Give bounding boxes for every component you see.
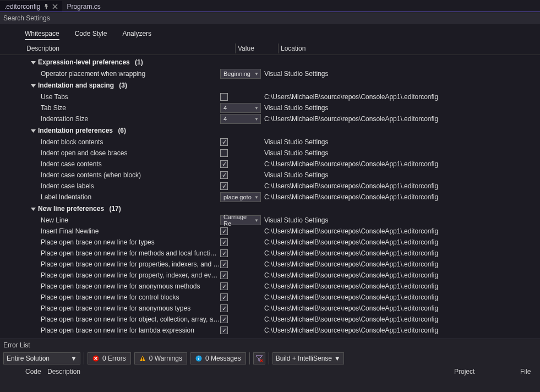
checkbox[interactable]: [220, 238, 228, 246]
setting-row: Indent case contents (when block)Visual …: [25, 170, 540, 181]
group-header[interactable]: Expression-level preferences (1): [25, 56, 540, 68]
setting-location: C:\Users\MichaelB\source\repos\ConsoleAp…: [263, 326, 540, 334]
errors-filter[interactable]: 0 Errors: [88, 352, 131, 364]
error-list-title: Error List: [0, 339, 540, 351]
checkbox[interactable]: [220, 260, 228, 268]
svg-rect-1: [142, 357, 143, 360]
search-bar: [0, 12, 540, 24]
dropdown[interactable]: place goto▼: [220, 192, 261, 202]
checkbox[interactable]: [220, 182, 228, 190]
separator: [269, 352, 269, 364]
dropdown[interactable]: Carriage Re▼: [220, 215, 261, 225]
tab-label: .editorconfig: [4, 3, 40, 10]
setting-description: Place open brace on new line for lambda …: [25, 326, 220, 334]
pin-icon[interactable]: [43, 4, 49, 9]
col-value[interactable]: Value: [236, 43, 279, 53]
setting-location: Visual Studio Settings: [263, 171, 540, 179]
checkbox[interactable]: [220, 249, 228, 257]
setting-location: C:\Users\MichaelB\source\repos\ConsoleAp…: [263, 293, 540, 301]
col-project[interactable]: Project: [454, 368, 520, 375]
messages-filter[interactable]: 0 Messages: [190, 352, 246, 364]
setting-location: Visual Studio Settings: [263, 104, 540, 112]
col-description[interactable]: Description: [24, 43, 236, 53]
setting-description: Insert Final Newline: [25, 227, 220, 235]
setting-location: C:\Users\MichaelB\source\repos\ConsoleAp…: [263, 260, 540, 268]
dropdown[interactable]: Beginning▼: [220, 69, 261, 79]
setting-description: Label Indentation: [25, 193, 220, 201]
chevron-down-icon: ▼: [254, 117, 259, 122]
group-header[interactable]: Indentation and spacing (3): [25, 79, 540, 91]
checkbox[interactable]: [220, 304, 228, 312]
setting-row: Indent case contentsC:\Users\MichaelB\so…: [25, 159, 540, 170]
dropdown[interactable]: 4▼: [220, 103, 261, 113]
separator: [249, 352, 250, 364]
setting-description: Place open brace on new line for propert…: [25, 260, 220, 268]
tab-label: Program.cs: [67, 3, 100, 10]
col-code[interactable]: Code: [25, 368, 47, 375]
checkbox[interactable]: [220, 171, 228, 179]
setting-row: Place open brace on new line for lambda …: [25, 325, 540, 336]
group-header[interactable]: Indentation preferences (6): [25, 124, 540, 137]
setting-row: Place open brace on new line for propert…: [25, 270, 540, 281]
error-list-toolbar: Entire Solution ▼ 0 Errors 0 Warnings 0 …: [0, 351, 540, 366]
col-description[interactable]: Description: [47, 368, 454, 375]
setting-location: C:\Users\MichaelB\source\repos\ConsoleAp…: [263, 238, 540, 246]
checkbox[interactable]: [220, 282, 228, 290]
checkbox[interactable]: [220, 326, 228, 334]
dropdown-value: 4: [223, 105, 227, 111]
chevron-down-icon: ▼: [254, 106, 259, 111]
group-count: (3): [119, 81, 127, 89]
warnings-filter[interactable]: 0 Warnings: [134, 352, 187, 364]
group-count: (1): [135, 58, 143, 66]
setting-row: Label Indentationplace goto▼C:\Users\Mic…: [25, 192, 540, 203]
warning-icon: [139, 355, 146, 362]
setting-location: Visual Studio Settings: [263, 149, 540, 157]
col-icon[interactable]: [3, 368, 25, 375]
chevron-down-icon: ▼: [70, 355, 77, 362]
setting-location: C:\Users\MichaelB\source\repos\ConsoleAp…: [263, 249, 540, 257]
subtab-code-style[interactable]: Code Style: [75, 30, 107, 40]
tab-program-cs[interactable]: Program.cs: [62, 1, 105, 12]
checkbox[interactable]: [220, 293, 228, 301]
setting-row: Place open brace on new line for object,…: [25, 314, 540, 325]
dropdown[interactable]: 4▼: [220, 114, 261, 124]
settings-subtabs: Whitespace Code Style Analyzers: [0, 24, 540, 42]
col-file[interactable]: File: [520, 368, 537, 375]
group-title: Expression-level preferences: [38, 58, 130, 66]
checkbox[interactable]: [220, 138, 228, 146]
dropdown-value: place goto: [223, 194, 252, 200]
checkbox[interactable]: [220, 149, 228, 157]
checkbox[interactable]: [220, 315, 228, 323]
dropdown-value: Carriage Re: [223, 214, 254, 227]
setting-row: Place open brace on new line for propert…: [25, 259, 540, 270]
clear-filter-button[interactable]: [253, 352, 265, 364]
setting-description: Place open brace on new line for methods…: [25, 249, 220, 257]
tab-editorconfig[interactable]: .editorconfig: [0, 1, 62, 12]
setting-description: Indent case labels: [25, 182, 220, 190]
subtab-analyzers[interactable]: Analyzers: [122, 30, 151, 40]
build-intellisense-dropdown[interactable]: Build + IntelliSense ▼: [272, 352, 344, 364]
setting-description: Tab Size: [25, 104, 220, 112]
checkbox[interactable]: [220, 93, 228, 101]
group-header[interactable]: New line preferences (17): [25, 203, 540, 215]
setting-location: C:\Users\MichaelB\source\repos\ConsoleAp…: [263, 115, 540, 123]
scope-dropdown[interactable]: Entire Solution ▼: [3, 352, 80, 364]
setting-location: C:\Users\MichaelB\source\repos\ConsoleAp…: [263, 282, 540, 290]
tab-bar: .editorconfig Program.cs: [0, 0, 540, 12]
setting-description: Indent case contents: [25, 160, 220, 168]
checkbox[interactable]: [220, 160, 228, 168]
search-input[interactable]: [3, 14, 168, 22]
close-icon[interactable]: [52, 4, 58, 9]
checkbox[interactable]: [220, 227, 228, 235]
setting-location: C:\Users\MichaelB\source\repos\ConsoleAp…: [263, 160, 540, 168]
setting-description: New Line: [25, 216, 220, 224]
settings-tree[interactable]: Expression-level preferences (1)Operator…: [0, 55, 540, 339]
setting-description: Indent open and close braces: [25, 149, 220, 157]
subtab-whitespace[interactable]: Whitespace: [25, 30, 59, 40]
setting-location: C:\Users\MichaelB\source\repos\ConsoleAp…: [263, 304, 540, 312]
messages-label: 0 Messages: [205, 355, 241, 362]
checkbox[interactable]: [220, 271, 228, 279]
svg-rect-2: [142, 360, 143, 360]
dropdown-value: Beginning: [223, 70, 250, 77]
col-location[interactable]: Location: [279, 43, 540, 53]
